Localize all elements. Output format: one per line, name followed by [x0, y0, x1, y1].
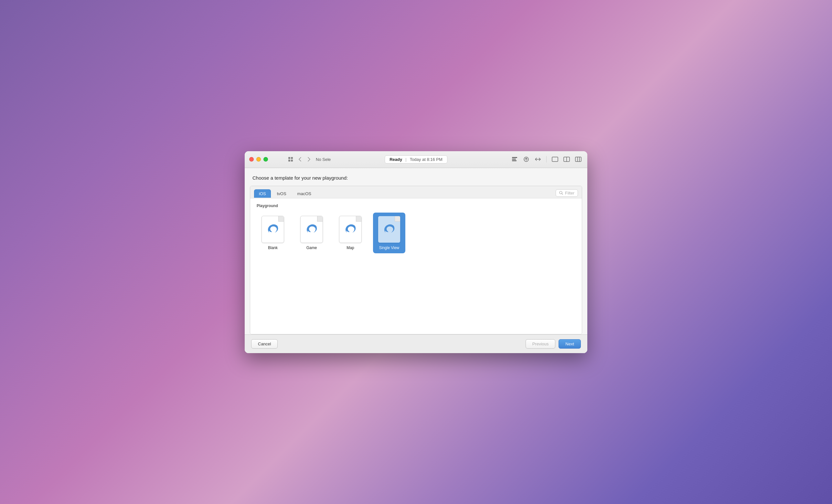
forward-button[interactable]: [305, 155, 313, 163]
svg-rect-2: [288, 160, 290, 162]
tab-macos[interactable]: macOS: [292, 189, 316, 198]
traffic-lights: [249, 157, 268, 162]
svg-rect-11: [575, 157, 581, 162]
section-label: Playground: [255, 204, 577, 208]
filter-icon: [559, 191, 563, 195]
svg-rect-6: [512, 160, 517, 161]
template-single-view-label: Single View: [379, 245, 399, 250]
template-map-label: Map: [346, 245, 354, 250]
svg-rect-0: [288, 157, 290, 159]
template-map[interactable]: Map: [334, 213, 367, 253]
svg-rect-4: [512, 157, 517, 158]
template-sheet: iOS tvOS macOS Filter Playgro: [250, 186, 582, 335]
titlebar-right: [510, 155, 583, 164]
back-button[interactable]: [296, 155, 304, 163]
template-single-view[interactable]: Single View: [373, 213, 405, 253]
svg-rect-1: [291, 157, 293, 159]
dialog-area: Choose a template for your new playgroun…: [245, 168, 587, 353]
xcode-window: No Sele Ready | Today at 8:16 PM: [245, 151, 587, 353]
arrows-icon-button[interactable]: [533, 155, 542, 164]
titlebar-center: Ready | Today at 8:16 PM: [385, 155, 447, 163]
maximize-button[interactable]: [263, 157, 268, 162]
status-divider: |: [405, 157, 406, 162]
template-game-label: Game: [306, 245, 317, 250]
swift-icon-blank: [267, 223, 279, 236]
grid-view-button[interactable]: [286, 155, 295, 164]
editor-icon-button[interactable]: [510, 155, 519, 164]
template-grid-container: Playground Blank: [250, 198, 582, 334]
previous-button[interactable]: Previous: [526, 339, 556, 349]
template-game-icon: [300, 216, 323, 243]
template-grid: Blank Game: [255, 213, 577, 253]
next-button[interactable]: Next: [558, 339, 581, 349]
layout-triple-icon-button[interactable]: [574, 155, 583, 164]
titlebar: No Sele Ready | Today at 8:16 PM: [245, 151, 587, 168]
swift-icon-game: [306, 223, 318, 236]
template-blank-label: Blank: [268, 245, 278, 250]
swift-icon-map: [344, 223, 357, 236]
status-ready: Ready: [390, 157, 402, 162]
filter-input[interactable]: Filter: [556, 189, 578, 197]
template-single-view-icon: [378, 216, 400, 243]
nav-buttons: Previous Next: [526, 339, 581, 349]
titlebar-nav: No Sele: [284, 155, 331, 164]
close-button[interactable]: [249, 157, 254, 162]
share-icon-button[interactable]: [522, 155, 531, 164]
dialog-header: Choose a template for your new playgroun…: [245, 168, 587, 186]
template-game[interactable]: Game: [295, 213, 328, 253]
svg-line-15: [562, 193, 563, 194]
divider: [546, 156, 547, 162]
template-map-icon: [339, 216, 362, 243]
template-blank-icon: [261, 216, 284, 243]
tab-ios[interactable]: iOS: [254, 189, 271, 198]
tab-tvos[interactable]: tvOS: [272, 189, 291, 198]
tab-bar: iOS tvOS macOS Filter: [250, 186, 582, 198]
bottom-bar: Cancel Previous Next: [245, 335, 587, 353]
svg-rect-3: [291, 160, 293, 162]
filter-label: Filter: [565, 191, 574, 195]
layout-split-icon-button[interactable]: [562, 155, 571, 164]
minimize-button[interactable]: [256, 157, 261, 162]
cancel-button[interactable]: Cancel: [251, 339, 278, 349]
status-pill: Ready | Today at 8:16 PM: [385, 155, 447, 163]
no-selection-label: No Sele: [316, 157, 331, 162]
status-time: Today at 8:16 PM: [410, 157, 442, 162]
svg-rect-8: [552, 157, 558, 162]
dialog-prompt: Choose a template for your new playgroun…: [253, 175, 348, 181]
swift-icon-single-view: [383, 223, 395, 236]
svg-rect-5: [512, 159, 516, 160]
template-blank[interactable]: Blank: [257, 213, 289, 253]
layout-single-icon-button[interactable]: [550, 155, 560, 164]
